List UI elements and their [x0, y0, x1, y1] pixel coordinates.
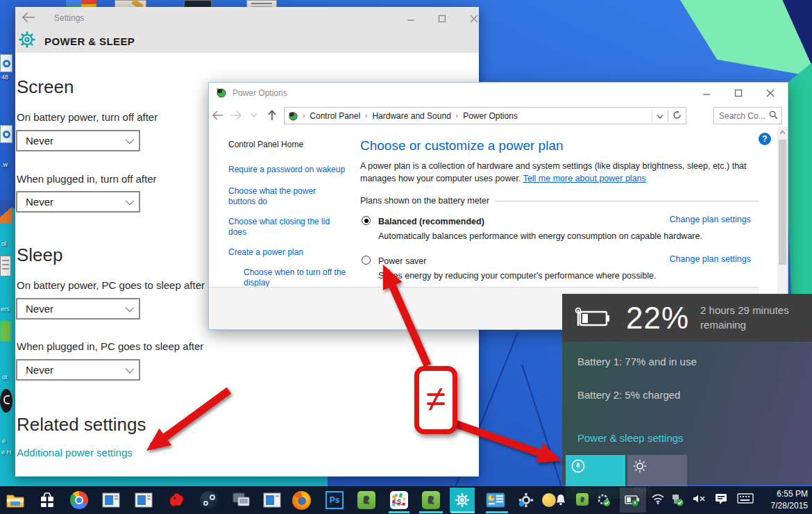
help-icon[interactable]: ? — [759, 133, 771, 145]
file-explorer-icon[interactable] — [4, 489, 26, 511]
battery-saver-leaf-icon — [571, 463, 585, 475]
app-window-icon-2[interactable] — [133, 489, 155, 511]
desktop-icon-label: ot — [2, 374, 8, 381]
back-icon[interactable] — [21, 11, 39, 25]
dropdown-value: Never — [26, 196, 53, 208]
additional-power-settings-link[interactable]: Additional power settings — [17, 447, 133, 458]
volume-muted-icon[interactable] — [692, 493, 707, 504]
chrome-icon[interactable] — [68, 489, 90, 511]
evernote-tray-icon[interactable] — [576, 493, 589, 506]
desktop-icon-fragment[interactable] — [0, 389, 12, 413]
evernote-icon[interactable] — [355, 489, 378, 511]
steam-icon[interactable] — [198, 489, 220, 511]
smiley-app-icon[interactable] — [541, 489, 557, 511]
nav-back-icon[interactable] — [209, 110, 227, 120]
search-icon[interactable] — [769, 110, 778, 122]
related-heading: Related settings — [17, 414, 146, 436]
battery-remaining: 2 hours 29 minutes remaining — [700, 304, 789, 332]
usb-check-icon[interactable] — [670, 493, 684, 507]
balanced-desc: Automatically balances performance with … — [378, 231, 759, 241]
breadcrumb-hardware-sound[interactable]: Hardware and Sound — [369, 111, 453, 121]
settings-titlebar: Settings POWER & SLEE — [15, 7, 479, 53]
search-input[interactable] — [719, 111, 769, 121]
firefox-circle — [292, 491, 311, 510]
breadcrumb-sep: › — [301, 112, 307, 119]
wifi-icon[interactable] — [651, 493, 665, 504]
slack-icon[interactable]: S — [388, 489, 410, 511]
nav-forward-icon[interactable] — [227, 110, 245, 120]
evernote-icon-2[interactable] — [420, 489, 442, 511]
tell-me-more-link[interactable]: Tell me more about power plans — [523, 174, 646, 183]
search-box[interactable] — [713, 107, 782, 124]
gear-icon — [18, 31, 36, 51]
sidebar-link-turn-off-display[interactable]: Choose when to turn off the display — [244, 267, 351, 289]
power-saver-radio[interactable] — [362, 256, 371, 265]
app-window-icon-1[interactable] — [100, 489, 122, 511]
sidebar-link-create-plan[interactable]: Create a power plan — [228, 247, 357, 258]
control-panel-app-icon[interactable] — [484, 489, 507, 511]
sleep-plugged-dropdown[interactable]: Never — [16, 359, 140, 381]
screen-battery-dropdown[interactable]: Never — [16, 130, 140, 151]
nav-up-icon[interactable] — [263, 110, 281, 121]
notifications-bell-icon[interactable] — [555, 493, 566, 506]
desktop-icon-fragment[interactable] — [0, 125, 12, 143]
touch-keyboard-icon[interactable] — [737, 493, 754, 504]
evernote-badge — [422, 491, 440, 509]
saver-change-settings-link[interactable]: Change plan settings — [670, 254, 751, 264]
app-window-icon-3[interactable] — [261, 489, 283, 511]
windows-store-icon[interactable] — [36, 489, 58, 511]
sidebar-link-password-wakeup[interactable]: Require a password on wakeup — [228, 165, 357, 176]
sync-gear-check-icon[interactable] — [597, 493, 611, 507]
flyout-body: Battery 1: 77% and in use Battery 2: 5% … — [562, 342, 812, 485]
clock[interactable]: 6:55 PM 7/28/2015 — [771, 488, 808, 512]
slack-s: S — [397, 498, 401, 505]
plan-balanced-row: Balanced (recommended) Change plan setti… — [360, 215, 759, 241]
battery-saver-tray-icon[interactable] — [620, 488, 646, 513]
screen-heading: Screen — [17, 76, 74, 98]
settings-app-icon-active[interactable] — [450, 488, 475, 513]
po-titlebar: Power Options — [209, 83, 788, 103]
address-dropdown-icon[interactable] — [652, 110, 668, 122]
desktop-icon-fragment[interactable] — [0, 256, 11, 276]
desktop-icon-label: ers — [1, 306, 10, 313]
battery-percent: 22% — [626, 301, 689, 335]
balanced-radio[interactable] — [362, 216, 371, 225]
battery-flyout: 22% 2 hours 29 minutes remaining Battery… — [562, 294, 812, 485]
refresh-icon[interactable] — [668, 110, 686, 122]
balanced-change-settings-link[interactable]: Change plan settings — [670, 215, 751, 224]
breadcrumb-control-panel[interactable]: Control Panel — [307, 111, 363, 121]
utility-gear-app-icon[interactable] — [515, 489, 537, 511]
desktop-icon-fragment[interactable] — [0, 200, 12, 224]
address-bar[interactable]: › Control Panel › Hardware and Sound › P… — [284, 107, 686, 124]
close-button[interactable] — [462, 11, 486, 26]
window-title: Power Options — [232, 88, 287, 98]
wallpaper-line — [521, 365, 566, 497]
sidebar-control-panel-home[interactable]: Control Panel Home — [228, 140, 357, 149]
screen-plugged-dropdown[interactable]: Never — [16, 191, 140, 213]
close-button[interactable] — [759, 85, 782, 101]
chevron-down-icon — [126, 197, 135, 206]
sidebar-link-power-buttons[interactable]: Choose what the power buttons do — [228, 186, 332, 208]
chevron-down-icon — [126, 365, 135, 374]
minimize-button[interactable] — [695, 85, 718, 101]
saver-desc: Saves energy by reducing your computer's… — [378, 271, 759, 281]
desktop-icon-fragment[interactable] — [0, 321, 11, 342]
remote-desktop-icon[interactable] — [230, 489, 252, 511]
scrollbar-thumb[interactable] — [779, 140, 786, 265]
action-center-icon[interactable] — [715, 493, 727, 505]
nav-history-chevron-icon[interactable] — [245, 113, 263, 118]
power-options-window: Power Options › Control Panel › Hardware… — [208, 82, 788, 330]
sidebar-link-closing-lid[interactable]: Choose what closing the lid does — [228, 217, 332, 238]
minimize-button[interactable] — [399, 11, 423, 26]
maximize-button[interactable] — [430, 11, 454, 26]
sleep-battery-dropdown[interactable]: Never — [16, 298, 140, 320]
game-creature-icon[interactable] — [165, 489, 187, 511]
breadcrumb-power-options[interactable]: Power Options — [460, 111, 521, 121]
wallpaper-polygon — [15, 476, 328, 486]
desktop-icon-fragment[interactable] — [0, 54, 12, 72]
power-sleep-settings-link[interactable]: Power & sleep settings — [577, 432, 684, 444]
maximize-button[interactable] — [727, 85, 750, 101]
firefox-icon[interactable] — [290, 489, 312, 511]
scroll-up-icon[interactable] — [779, 130, 786, 135]
photoshop-icon[interactable]: Ps — [323, 489, 346, 511]
